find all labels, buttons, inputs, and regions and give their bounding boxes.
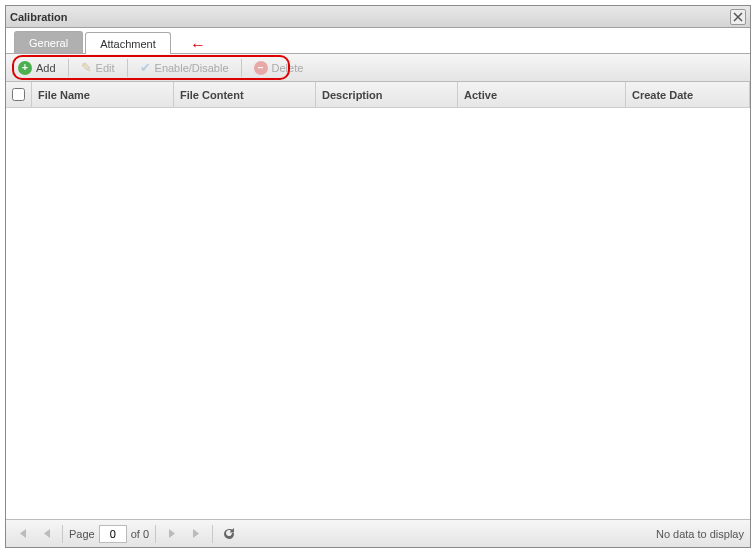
pager-status: No data to display	[656, 528, 744, 540]
last-page-icon	[191, 528, 202, 539]
refresh-icon	[222, 527, 236, 541]
toolbar: + Add ✎ Edit ✔ Enable/Disable − Delete	[6, 54, 750, 82]
calibration-window: Calibration General Attachment ← + Add ✎…	[5, 5, 751, 548]
separator	[62, 525, 63, 543]
next-page-icon	[168, 528, 177, 539]
first-page-button[interactable]	[12, 524, 32, 544]
separator	[68, 59, 69, 77]
column-checkbox	[6, 82, 32, 107]
page-of-label: of 0	[131, 528, 149, 540]
close-icon	[733, 12, 743, 22]
pager: Page of 0 No data to display	[6, 519, 750, 547]
delete-button[interactable]: − Delete	[248, 59, 310, 77]
column-description[interactable]: Description	[316, 82, 458, 107]
add-button[interactable]: + Add	[12, 59, 62, 77]
column-create-date[interactable]: Create Date	[626, 82, 750, 107]
pencil-icon: ✎	[81, 60, 92, 75]
tab-general[interactable]: General	[14, 31, 83, 53]
refresh-button[interactable]	[219, 524, 239, 544]
page-input[interactable]	[99, 525, 127, 543]
window-title: Calibration	[10, 11, 67, 23]
close-button[interactable]	[730, 9, 746, 25]
last-page-button[interactable]	[186, 524, 206, 544]
first-page-icon	[17, 528, 28, 539]
check-icon: ✔	[140, 60, 151, 75]
column-file-content[interactable]: File Content	[174, 82, 316, 107]
grid-header: File Name File Content Description Activ…	[6, 82, 750, 108]
column-active[interactable]: Active	[458, 82, 626, 107]
page-label: Page	[69, 528, 95, 540]
next-page-button[interactable]	[162, 524, 182, 544]
add-icon: +	[18, 61, 32, 75]
annotation-arrow: ←	[190, 36, 206, 54]
separator	[127, 59, 128, 77]
prev-page-icon	[42, 528, 51, 539]
prev-page-button[interactable]	[36, 524, 56, 544]
edit-button[interactable]: ✎ Edit	[75, 58, 121, 77]
separator	[155, 525, 156, 543]
separator	[212, 525, 213, 543]
separator	[241, 59, 242, 77]
select-all-checkbox[interactable]	[12, 88, 25, 101]
delete-icon: −	[254, 61, 268, 75]
column-file-name[interactable]: File Name	[32, 82, 174, 107]
tab-strip: General Attachment ←	[6, 28, 750, 54]
tab-attachment[interactable]: Attachment	[85, 32, 171, 54]
titlebar: Calibration	[6, 6, 750, 28]
enable-disable-button[interactable]: ✔ Enable/Disable	[134, 58, 235, 77]
grid-body	[6, 108, 750, 519]
